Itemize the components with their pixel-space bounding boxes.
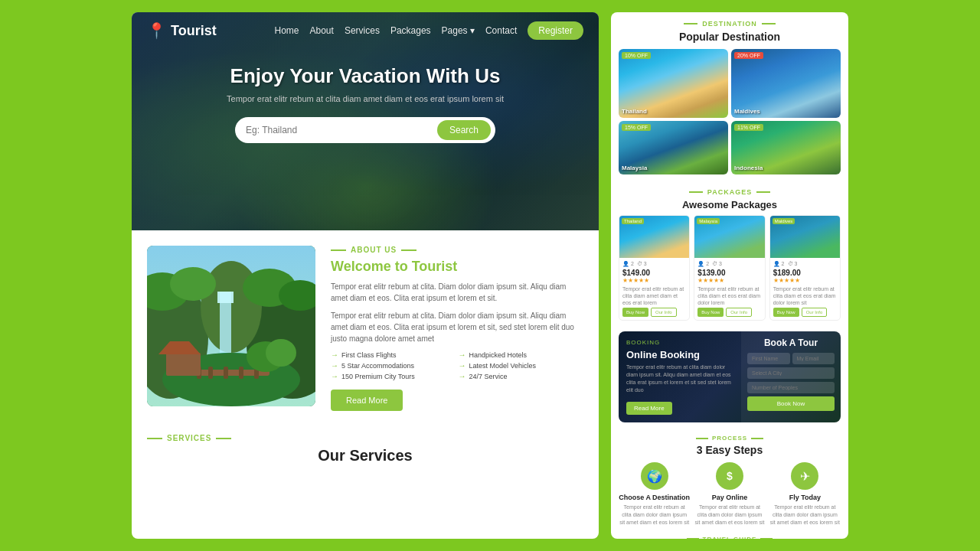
nav-home[interactable]: Home <box>275 25 299 36</box>
nav-packages[interactable]: Packages <box>390 25 431 36</box>
nav-about[interactable]: About <box>310 25 334 36</box>
nav-pages[interactable]: Pages ▾ <box>442 25 475 36</box>
booking-read-more-button[interactable]: Read More <box>626 402 672 415</box>
about-label: ABOUT US <box>331 246 583 254</box>
packages-section: PACKAGES Awesome Packages Thailand 👤 2 ⏱… <box>611 182 848 325</box>
destinations-label: DESTINATION <box>619 20 841 28</box>
pin-icon: 📍 <box>147 21 166 40</box>
pkg-icon-duration: ⏱ 3 <box>637 261 647 267</box>
pkg-desc-1: Tempor erat elitr rebum at clita diam et… <box>697 285 761 306</box>
dest-name-1: Maldives <box>734 108 760 115</box>
pkg-icons-0: 👤 2 ⏱ 3 <box>622 261 686 267</box>
svg-point-22 <box>266 339 296 367</box>
dest-card-0[interactable]: 10% OFF Thailand <box>619 49 728 118</box>
pkg-badge-2: Maldives <box>773 218 795 224</box>
pkg-info-0[interactable]: Our Info <box>651 308 677 317</box>
destinations-section: DESTINATION Popular Destination 10% OFF … <box>611 12 848 182</box>
search-button[interactable]: Search <box>437 120 491 140</box>
about-heading-brand: Tourist <box>412 259 458 274</box>
pkg-icon-duration-2: ⏱ 3 <box>788 261 798 267</box>
navbar: 📍 Tourist Home About Services Packages P… <box>132 12 599 49</box>
step-desc-0: Tempor erat elitr rebum at clita diam do… <box>619 504 690 526</box>
services-section: SERVICES Our Services <box>132 426 599 469</box>
pkg-body-2: 👤 2 ⏱ 3 $189.00 ★★★★★ Tempor erat elitr … <box>770 258 840 320</box>
booking-peoples[interactable] <box>747 382 835 393</box>
pkg-card-1: Malaysia 👤 2 ⏱ 3 $139.00 ★★★★★ Tempor er… <box>694 215 765 321</box>
search-input[interactable] <box>246 125 437 135</box>
step-name-1: Pay Online <box>694 494 765 501</box>
nav-contact[interactable]: Contact <box>485 25 517 36</box>
dest-badge-2: 15% OFF <box>622 124 651 131</box>
dest-name-3: Indonesia <box>734 165 763 171</box>
register-button[interactable]: Register <box>528 21 583 40</box>
brand-name: Tourist <box>171 23 217 39</box>
pkg-icons-2: 👤 2 ⏱ 3 <box>773 261 837 267</box>
step-icon-0: 🌍 <box>641 462 668 490</box>
steps-section: PROCESS 3 Easy Steps 🌍 Choose A Destinat… <box>611 429 848 532</box>
steps-label: PROCESS <box>619 435 841 442</box>
pkg-price-2: $189.00 <box>773 269 837 277</box>
pkg-price-0: $149.00 <box>622 269 686 277</box>
about-heading-plain: Welcome to <box>331 259 408 274</box>
about-read-more-button[interactable]: Read More <box>331 390 403 411</box>
pkg-info-1[interactable]: Our Info <box>726 308 752 317</box>
pkg-icons-1: 👤 2 ⏱ 3 <box>697 261 761 267</box>
pkg-badge-0: Thailand <box>622 218 644 224</box>
pkg-info-2[interactable]: Our Info <box>802 308 828 317</box>
booking-firstname[interactable] <box>747 353 790 364</box>
nav-services[interactable]: Services <box>345 25 380 36</box>
pkg-buy-2[interactable]: Buy Now <box>773 308 799 317</box>
booking-book-button[interactable]: Book Now <box>747 396 835 411</box>
about-para-1: Tempor erat elitr rebum at clita. Diam d… <box>331 281 583 304</box>
booking-city[interactable] <box>747 367 835 379</box>
about-para-2: Tempor erat elitr rebum at clita. Diam d… <box>331 310 583 344</box>
pkg-btns-2: Buy Now Our Info <box>773 308 837 317</box>
pkg-desc-0: Tempor erat elitr rebum at clita diam am… <box>622 285 686 306</box>
dest-card-2[interactable]: 15% OFF Malaysia <box>619 121 728 174</box>
booking-form: Book A Tour Book Now <box>741 331 841 422</box>
about-heading: Welcome to Tourist <box>331 259 583 275</box>
about-text: ABOUT US Welcome to Tourist Tempor erat … <box>331 246 583 411</box>
feature-5: 24/7 Service <box>459 372 584 380</box>
dest-name-0: Thailand <box>622 108 647 115</box>
services-label: SERVICES <box>147 434 583 442</box>
booking-left: BOOKING Online Booking Tempor erat elitr… <box>619 331 741 422</box>
svg-rect-16 <box>224 367 228 379</box>
hero-title: Enjoy Your Vacation With Us <box>147 64 583 88</box>
steps-grid: 🌍 Choose A Destination Tempor erat elitr… <box>619 462 841 526</box>
destinations-grid: 10% OFF Thailand 20% OFF Maldives 15% OF… <box>619 49 841 178</box>
services-title: Our Services <box>147 447 583 465</box>
pkg-icon-persons-2: 👤 2 <box>773 261 785 267</box>
pkg-stars-0: ★★★★★ <box>622 277 686 284</box>
booking-desc: Tempor erat elitr rebum at clita diam do… <box>626 364 733 393</box>
dest-card-3[interactable]: 11% OFF Indonesia <box>731 121 841 174</box>
packages-grid: Thailand 👤 2 ⏱ 3 $149.00 ★★★★★ Tempor er… <box>619 215 841 321</box>
packages-label: PACKAGES <box>619 188 841 196</box>
svg-rect-15 <box>208 367 213 379</box>
about-image <box>147 246 315 406</box>
about-section: ABOUT US Welcome to Tourist Tempor erat … <box>132 230 599 426</box>
pkg-btns-0: Buy Now Our Info <box>622 308 686 317</box>
booking-title: Online Booking <box>626 349 733 360</box>
dest-badge-1: 20% OFF <box>734 52 763 59</box>
hero-content: Enjoy Your Vacation With Us Tempor erat … <box>132 49 599 158</box>
step-name-2: Fly Today <box>769 494 841 501</box>
pkg-buy-1[interactable]: Buy Now <box>697 308 724 317</box>
nav-links: Home About Services Packages Pages ▾ Con… <box>275 21 584 40</box>
pkg-buy-0[interactable]: Buy Now <box>622 308 648 317</box>
dest-name-2: Malaysia <box>622 165 647 171</box>
booking-label: BOOKING <box>626 339 733 346</box>
guide-section: TRAVEL GUIDE Meet Our Guide <box>611 533 848 539</box>
feature-3: Latest Model Vehicles <box>459 361 584 370</box>
pkg-stars-1: ★★★★★ <box>697 277 761 284</box>
pkg-card-2: Maldives 👤 2 ⏱ 3 $189.00 ★★★★★ Tempor er… <box>769 215 841 321</box>
pkg-icon-duration-1: ⏱ 3 <box>712 261 722 267</box>
step-card-0: 🌍 Choose A Destination Tempor erat elitr… <box>619 462 690 526</box>
svg-point-5 <box>170 267 216 301</box>
booking-email[interactable] <box>792 353 835 364</box>
dest-card-1[interactable]: 20% OFF Maldives <box>731 49 841 118</box>
step-icon-2: ✈ <box>791 462 818 490</box>
search-bar: Search <box>235 117 495 143</box>
destinations-title: Popular Destination <box>619 31 841 43</box>
pkg-icon-persons: 👤 2 <box>622 261 634 267</box>
